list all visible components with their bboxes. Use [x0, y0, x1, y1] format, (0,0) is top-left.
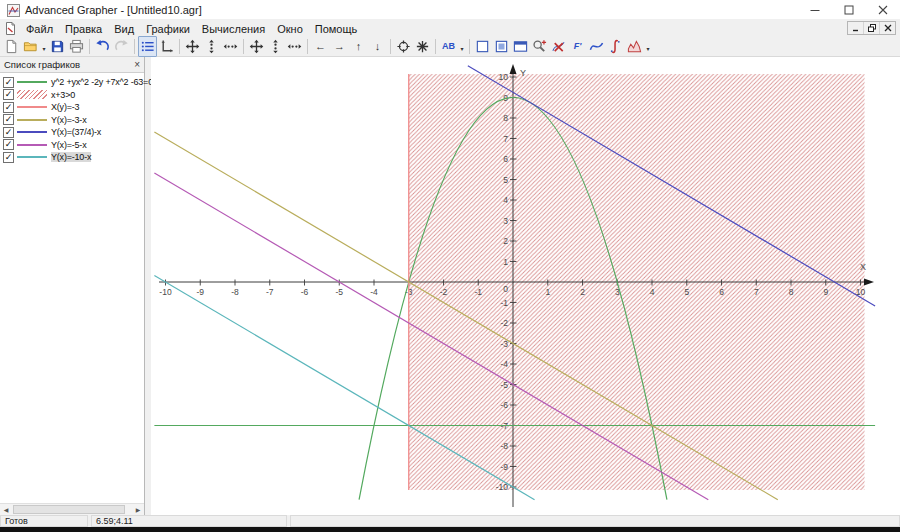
svg-text:8: 8 [789, 287, 794, 297]
menu-6[interactable]: Окно [271, 22, 309, 36]
menu-2[interactable]: Правка [59, 22, 108, 36]
derivative-button[interactable]: F' [568, 36, 587, 57]
axes-properties-button[interactable] [157, 36, 176, 57]
graph-visibility-checkbox[interactable]: ✓ [3, 77, 14, 88]
plot-area[interactable]: XY-10-9-8-7-6-5-4-3-2-112345678910-10-9-… [151, 57, 900, 515]
intersections-button[interactable] [625, 36, 644, 57]
menu-5[interactable]: Вычисления [196, 22, 271, 36]
graph-properties-icon [494, 39, 509, 54]
graph-list-item[interactable]: ✓Y(x)=(37/4)-x [0, 126, 144, 139]
title-bar: Advanced Grapher - [Untitled10.agr] [0, 0, 900, 19]
graph-visibility-checkbox[interactable]: ✓ [3, 114, 14, 125]
print-button[interactable] [67, 36, 86, 57]
graph-list-item[interactable]: ✓y^2 +yx^2 -2y +7x^2 -63=0 [0, 76, 144, 89]
graph-list-item[interactable]: ✓x+3>0 [0, 89, 144, 102]
graph-formula-label[interactable]: Y(x)=-10-x [51, 152, 91, 162]
add-label-button[interactable]: AB [439, 36, 458, 57]
line-color-swatch [17, 131, 47, 133]
scroll-up-button[interactable]: ↑ [349, 36, 368, 57]
graph-list-item[interactable]: ✓Y(x)=-10-x [0, 151, 144, 164]
new-file-button[interactable] [2, 36, 21, 57]
svg-text:6: 6 [503, 154, 508, 164]
graph-properties-button[interactable] [492, 36, 511, 57]
scroll-left-icon: ← [315, 41, 326, 52]
graph-visibility-checkbox[interactable]: ✓ [3, 89, 14, 100]
center-origin-button[interactable] [394, 36, 413, 57]
graph-formula-label[interactable]: Y(x)=-5-x [51, 140, 86, 150]
graph-list-item[interactable]: ✓Y(x)=-5-x [0, 139, 144, 152]
undo-button[interactable] [93, 36, 112, 57]
graph-formula-label[interactable]: x+3>0 [51, 90, 75, 100]
svg-text:-4: -4 [500, 359, 508, 369]
add-label-icon: AB [442, 42, 455, 51]
line-color-swatch [17, 156, 47, 158]
graph-formula-label[interactable]: X(y)=-3 [51, 102, 79, 112]
toolbar-separator [307, 39, 308, 54]
child-restore-button[interactable] [863, 22, 879, 34]
scroll-down-icon: ↓ [375, 41, 381, 52]
minimize-button[interactable] [798, 0, 832, 19]
intersections-dropdown-icon[interactable]: ▾ [644, 37, 652, 56]
maximize-button[interactable] [832, 0, 866, 19]
integral-icon [608, 39, 623, 54]
scrollbar-left-arrow-icon[interactable]: ◀ [0, 504, 12, 515]
svg-text:0: 0 [503, 284, 508, 294]
graph-visibility-checkbox[interactable]: ✓ [3, 127, 14, 138]
delete-graph-icon [551, 39, 566, 54]
open-file-button[interactable] [21, 36, 40, 57]
line-color-swatch [17, 81, 47, 83]
print-icon [69, 39, 84, 54]
zoom-x-button[interactable] [285, 36, 304, 57]
menu-3[interactable]: Вид [108, 22, 140, 36]
menu-4[interactable]: Графики [140, 22, 196, 36]
document-icon[interactable] [4, 21, 16, 34]
zoom-xy-button[interactable] [247, 36, 266, 57]
svg-text:5: 5 [503, 175, 508, 185]
close-button[interactable] [866, 0, 900, 19]
svg-text:2: 2 [580, 287, 585, 297]
svg-text:X: X [860, 262, 866, 272]
panel-close-icon[interactable]: × [134, 60, 140, 69]
graph-visibility-checkbox[interactable]: ✓ [3, 139, 14, 150]
graph-list-item[interactable]: ✓Y(x)=-3-x [0, 114, 144, 127]
move-x-mode-button[interactable] [221, 36, 240, 57]
graph-list-item[interactable]: ✓X(y)=-3 [0, 101, 144, 114]
graph-formula-label[interactable]: y^2 +yx^2 -2y +7x^2 -63=0 [51, 77, 153, 87]
graph-formula-label[interactable]: Y(x)=-3-x [51, 115, 86, 125]
delete-graph-button[interactable] [549, 36, 568, 57]
scroll-left-button[interactable]: ← [311, 36, 330, 57]
redo-button[interactable] [112, 36, 131, 57]
document-properties-button[interactable] [511, 36, 530, 57]
graph-list-toggle-button[interactable] [138, 36, 157, 57]
graph-formula-label[interactable]: Y(x)=(37/4)-x [51, 127, 101, 137]
move-mode-icon [185, 39, 200, 54]
save-file-button[interactable] [48, 36, 67, 57]
graph-visibility-checkbox[interactable]: ✓ [3, 152, 14, 163]
trace-button[interactable] [530, 36, 549, 57]
regression-button[interactable] [587, 36, 606, 57]
move-mode-button[interactable] [183, 36, 202, 57]
hatch-swatch [17, 90, 47, 99]
window-title: Advanced Grapher - [Untitled10.agr] [25, 4, 202, 16]
toolbar-separator [179, 39, 180, 54]
default-scale-button[interactable] [413, 36, 432, 57]
graph-visibility-checkbox[interactable]: ✓ [3, 102, 14, 113]
add-graph-button[interactable] [473, 36, 492, 57]
child-minimize-button[interactable] [848, 22, 863, 34]
scrollbar-thumb[interactable] [13, 505, 125, 514]
panel-horizontal-scrollbar[interactable]: ◀ ▶ [0, 503, 144, 515]
toolbar-separator [134, 39, 135, 54]
scrollbar-right-arrow-icon[interactable]: ▶ [132, 504, 144, 515]
open-file-dropdown-icon[interactable]: ▾ [40, 37, 48, 56]
menu-1[interactable]: Файл [20, 22, 59, 36]
svg-text:9: 9 [823, 287, 828, 297]
zoom-y-button[interactable] [266, 36, 285, 57]
child-close-button[interactable] [879, 22, 895, 34]
integral-button[interactable] [606, 36, 625, 57]
scroll-right-button[interactable]: → [330, 36, 349, 57]
menu-7[interactable]: Помощь [309, 22, 364, 36]
scroll-down-button[interactable]: ↓ [368, 36, 387, 57]
plot-canvas[interactable]: XY-10-9-8-7-6-5-4-3-2-112345678910-10-9-… [151, 57, 900, 515]
move-y-mode-button[interactable] [202, 36, 221, 57]
add-label-dropdown-icon[interactable]: ▾ [458, 37, 466, 56]
